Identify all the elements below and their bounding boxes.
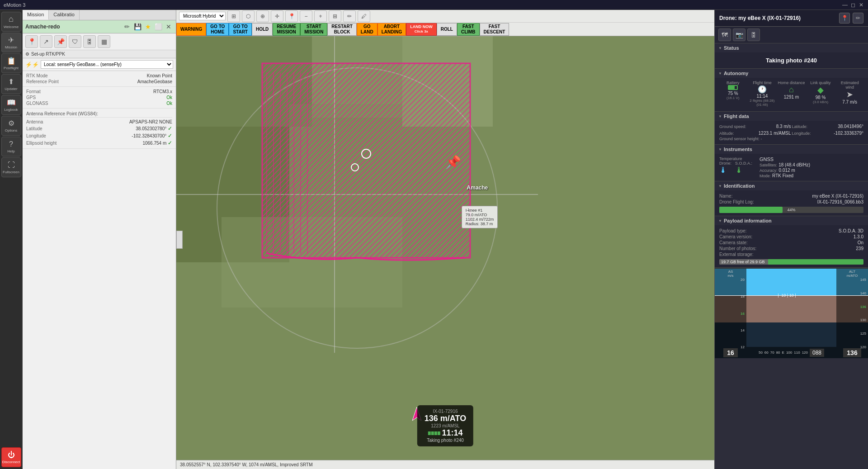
drone-status: Taking photo #240 (425, 438, 466, 443)
panel-icon-waypoint[interactable]: ↗ (40, 35, 52, 48)
panel-icon-tune[interactable]: 🎛 (83, 35, 96, 48)
autonomy-section-header[interactable]: Autonomy (715, 69, 868, 78)
identification-header[interactable]: Identification (715, 181, 868, 190)
sidebar-item-logbook[interactable]: 📖 Logbook (1, 95, 21, 115)
payload-type-label: Payload type: (719, 228, 747, 233)
go-land-button[interactable]: GOLAND (357, 23, 377, 36)
tab-mission[interactable]: Mission (23, 10, 49, 20)
edit-mission-button[interactable]: ✏ (123, 22, 132, 31)
rtk-setup-bar[interactable]: ⚙ Set-up RTK/PPK (23, 50, 176, 58)
panel-collapse-button[interactable]: ◀ (176, 231, 183, 249)
flight-data-header[interactable]: Flight data (715, 112, 868, 121)
grid-button[interactable]: ⊞ (329, 10, 341, 22)
heading-bar: 50 60 70 80 E 100 110 120 088 (746, 347, 836, 358)
payload-body: Payload type: S.O.D.A. 3D Camera version… (715, 225, 868, 267)
camera-version-label: Camera version: (719, 234, 752, 239)
wind-icon: ➤ (836, 90, 863, 99)
sidebar-item-welcome[interactable]: ⌂ Welcome (1, 12, 21, 32)
fast-climb-button[interactable]: FASTCLIMB (457, 23, 480, 36)
autonomy-section-body: Battery 75 % (16.1 V) Flight time 🕐 11:1… (715, 78, 868, 111)
heading-value: 088 (810, 349, 824, 357)
go-to-home-button[interactable]: GO TOHOME (206, 23, 229, 36)
crosshair-button[interactable]: ✛ (271, 10, 283, 22)
map-provider-select[interactable]: Microsoft Hybrid (179, 12, 226, 20)
camera-icon[interactable]: 📷 (733, 28, 745, 41)
map-toolbar: Microsoft Hybrid ⊞ ⬡ ⊕ ✛ 📍 − + ⊞ ✏ 🖊 WAR… (176, 10, 714, 36)
pencil-button[interactable]: 🖊 (358, 10, 370, 22)
camera-location-icon[interactable]: 🗺 (718, 28, 731, 41)
warning-button[interactable]: WARNING (176, 23, 206, 36)
map-area[interactable]: Microsoft Hybrid ⊞ ⬡ ⊕ ✛ 📍 − + ⊞ ✏ 🖊 WAR… (176, 10, 714, 469)
reference-point-row: Reference Point AmacheGeobase (26, 79, 172, 85)
antenna-value: APSAPS-NR2 NONE (129, 119, 172, 124)
window-controls[interactable]: — ◻ ✕ (842, 2, 864, 8)
close-mission-button[interactable]: ✕ (164, 22, 173, 31)
panel-icon-shield[interactable]: 🛡 (69, 35, 81, 48)
sidebar-item-disconnect[interactable]: ⏻ Disconnect (1, 447, 21, 467)
resume-mission-button[interactable]: RESUMEMISSION (273, 23, 300, 36)
status-section-header[interactable]: Status (715, 43, 868, 52)
wind-label: Estimated wind (836, 81, 863, 90)
battery-sub: (16.1 V) (719, 96, 747, 100)
save-mission-button[interactable]: 💾 (133, 22, 142, 31)
latitude-fd-row: Latitude: 38.0418496° (792, 123, 864, 129)
cube-button[interactable]: ⬡ (242, 10, 255, 22)
panel-icon-location[interactable]: 📌 (54, 35, 67, 48)
link-value: 98 % (807, 95, 835, 100)
battery-item: Battery 75 % (16.1 V) (719, 81, 747, 107)
panel-icon-grid[interactable]: ▦ (98, 35, 110, 48)
temperature-group: Temperature Drone: 🌡 S.O.D.A.: 🌡 (719, 156, 752, 178)
edit-drone-icon[interactable]: ✏ (853, 13, 863, 24)
roll-button[interactable]: ROLL (437, 23, 457, 36)
start-mission-button[interactable]: STARTMISSION (300, 23, 327, 36)
drone-location-icon[interactable]: 📍 (839, 13, 850, 24)
camera-state-row: Camera state: On (719, 240, 863, 246)
sidebar-item-options[interactable]: ⚙ Options (1, 116, 21, 136)
drone-id: IX-01-72916 (425, 409, 466, 414)
flight-time-sub2: 2 flights (88:28) (749, 99, 776, 103)
home-dist-label: Home distance (778, 81, 805, 85)
hold-button[interactable]: HOLD (252, 23, 273, 36)
mission-header-actions: ✏ 💾 ★ ⬜ ✕ (123, 22, 173, 31)
window-mission-button[interactable]: ⬜ (154, 22, 163, 31)
restart-block-button[interactable]: RESTARTBLOCK (327, 23, 356, 36)
drone-battery: 11:14 (425, 428, 466, 438)
glonass-value: Ok (166, 101, 172, 106)
flight-time-sub: (01:46) (749, 103, 776, 107)
layers-button[interactable]: ⊞ (227, 10, 240, 22)
crosshair-plus-button[interactable]: ⊕ (256, 10, 269, 22)
zoom-out-button[interactable]: − (300, 10, 312, 22)
camera-version-value: 1.3.0 (854, 234, 863, 239)
format-value: RTCM3.x (153, 89, 172, 94)
autonomy-grid: Battery 75 % (16.1 V) Flight time 🕐 11:1… (719, 81, 863, 107)
identification-body: Name: my eBee X (IX-01-72916) Drone Flig… (715, 190, 868, 216)
format-label: Format (26, 89, 41, 94)
panel-icon-map[interactable]: 📍 (25, 35, 38, 48)
latitude-label: Latitude (26, 126, 42, 131)
source-select[interactable]: Local: senseFly GeoBase... (senseFly) (41, 60, 173, 69)
gnss-group: GNSS Satellites: 18 (48.4 dB/Hz) Accurac… (760, 156, 810, 178)
restore-button[interactable]: ◻ (850, 2, 856, 8)
instruments-header[interactable]: Instruments (715, 145, 868, 154)
zoom-in-button[interactable]: + (314, 10, 327, 22)
go-to-start-button[interactable]: GO TOSTART (229, 23, 252, 36)
glonass-row: GLONASS Ok (26, 100, 172, 106)
abort-landing-button[interactable]: ABORTLANDING (377, 23, 406, 36)
payload-header[interactable]: Payload information (715, 216, 868, 225)
star-mission-button[interactable]: ★ (143, 22, 152, 31)
sidebar-item-updater[interactable]: ⬆ Updater (1, 74, 21, 94)
sidebar-item-postflight[interactable]: 📋 Postflight (1, 53, 21, 73)
sliders-icon[interactable]: 🎛 (747, 28, 760, 41)
svg-rect-5 (402, 36, 493, 127)
pin-button[interactable]: 📍 (285, 10, 298, 22)
sidebar-item-mission[interactable]: ✈ Mission (1, 33, 21, 52)
close-button[interactable]: ✕ (858, 2, 864, 8)
sidebar-item-help[interactable]: ? Help (1, 137, 21, 156)
fast-descent-button[interactable]: FASTDESCENT (480, 23, 509, 36)
edit-button[interactable]: ✏ (343, 10, 356, 22)
flight-data-grid: Ground speed: 8.3 m/s Latitude: 38.04184… (719, 123, 863, 136)
land-now-button[interactable]: LAND NOWClick 3x (406, 23, 437, 36)
minimize-button[interactable]: — (842, 2, 848, 8)
sidebar-item-fullscreen[interactable]: ⛶ Fullscreen (1, 157, 21, 177)
tab-calibration[interactable]: Calibratio (49, 10, 79, 20)
